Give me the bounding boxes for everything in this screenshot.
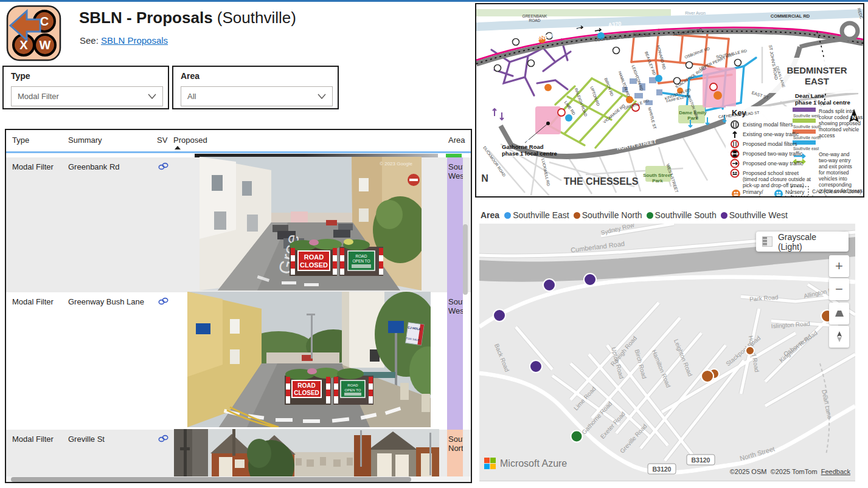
dean-lane-centre-box	[703, 67, 736, 108]
page-title: SBLN - Proposals (Southville)	[79, 9, 296, 27]
row-summary: Greenway Bush Lane	[68, 297, 144, 306]
microsoft-logo-icon	[484, 458, 496, 469]
streetview-link-icon[interactable]	[158, 297, 168, 305]
map-point[interactable]	[584, 273, 596, 286]
legend-dot-south	[647, 212, 653, 219]
svg-text:Roads split into: Roads split into	[819, 108, 854, 114]
logo-letter-c: C	[40, 15, 49, 28]
proposed-photo-greville	[174, 429, 439, 476]
see-line: See: SBLN Proposals	[80, 35, 168, 46]
gathorne-centre-box	[535, 106, 561, 134]
road-open-sign: ROAD	[356, 254, 367, 258]
legend-item-west[interactable]: Southville West	[721, 210, 788, 220]
svg-text:Southville north: Southville north	[793, 136, 821, 140]
type-filter-dropdown[interactable]: Modal Filter	[11, 86, 163, 106]
map-point[interactable]	[701, 370, 713, 382]
map-point[interactable]	[543, 279, 555, 291]
svg-text:and exit points: and exit points	[819, 163, 852, 170]
svg-text:Nursery: Nursery	[785, 189, 805, 195]
svg-text:B3120: B3120	[692, 456, 710, 464]
svg-text:secondary Schools: secondary Schools	[743, 195, 790, 196]
svg-text:phase 1 local centre: phase 1 local centre	[502, 150, 557, 157]
streetview-link-icon[interactable]	[158, 435, 168, 442]
svg-text:(timed road closure outside at: (timed road closure outside at	[743, 176, 811, 182]
road-closed-barrier: ROAD CLOSED ROAD OPEN TO	[285, 368, 373, 405]
legend-dot-east	[504, 212, 511, 219]
azure-map-svg: Sydney RowCumberland RoadPark RoadAlling…	[479, 224, 855, 481]
area-cell: Southville West	[447, 292, 463, 430]
row-type: Modal Filter	[12, 162, 54, 171]
legend-item-east[interactable]: Southville East	[504, 210, 569, 220]
row-type: Modal Filter	[12, 297, 54, 306]
area-filter-label: Area	[181, 71, 200, 81]
streetview-link-icon[interactable]	[158, 162, 168, 170]
app-logo[interactable]: C X W	[6, 5, 61, 61]
header-underline	[6, 151, 472, 153]
svg-text:N: N	[852, 114, 856, 120]
svg-text:vehicles into: vehicles into	[819, 176, 847, 182]
proposed-photo-greenbank: Gree ROAD CLOSED ROAD OPEN TO © 202	[200, 157, 422, 290]
svg-text:N: N	[481, 173, 488, 184]
legend-item-south[interactable]: Southville South	[647, 210, 717, 220]
feedback-link[interactable]: Feedback	[821, 468, 850, 475]
pitch-button[interactable]	[829, 303, 849, 325]
logo-letter-w: W	[40, 38, 51, 52]
svg-text:two-way entry: two-way entry	[819, 157, 851, 163]
compass-icon	[836, 331, 843, 342]
road-closed-sign: ROAD	[297, 382, 315, 389]
svg-text:Existing one-way traffic: Existing one-way traffic	[743, 131, 799, 137]
pitch-icon	[835, 310, 844, 317]
chevron-down-icon	[318, 94, 326, 99]
table-vertical-scrollbar[interactable]	[463, 224, 468, 295]
col-header-type[interactable]: Type	[12, 130, 29, 151]
svg-text:Existing modal filters: Existing modal filters	[743, 122, 793, 128]
svg-text:EAST: EAST	[805, 76, 829, 86]
map-style-icon	[762, 236, 773, 247]
map-style-label: Grayscale (Light)	[778, 232, 842, 252]
svg-text:Gathorne Road: Gathorne Road	[502, 143, 544, 150]
area-legend-title: Area	[481, 210, 499, 220]
svg-text:OPEN TO: OPEN TO	[352, 259, 370, 263]
svg-text:One-way and: One-way and	[819, 151, 850, 157]
svg-text:CLOSED: CLOSED	[300, 261, 328, 269]
col-header-sv[interactable]: SV	[157, 130, 167, 151]
col-header-summary[interactable]: Summary	[68, 130, 102, 151]
area-filter-dropdown[interactable]: All	[181, 86, 333, 106]
svg-text:Proposed modal filters: Proposed modal filters	[743, 141, 797, 147]
svg-text:colour coded areas: colour coded areas	[819, 114, 863, 120]
svg-text:South Street: South Street	[643, 173, 672, 178]
svg-text:Southville south: Southville south	[793, 125, 821, 129]
map-point[interactable]	[571, 431, 583, 442]
row-summary: Greenbank Rd	[68, 162, 120, 171]
azure-map[interactable]: Sydney RowCumberland RoadPark RoadAlling…	[479, 224, 855, 481]
svg-text:corresponding: corresponding	[819, 182, 852, 188]
road-closed-sign: ROAD	[304, 253, 324, 261]
svg-text:THE CHESSELS: THE CHESSELS	[564, 176, 639, 187]
row-type: Modal Filter	[12, 435, 54, 444]
map-point[interactable]	[746, 346, 754, 355]
map-point[interactable]	[493, 309, 505, 321]
legend-item-north[interactable]: Southville North	[574, 210, 642, 220]
area-filter-value: All	[187, 92, 196, 101]
col-header-area[interactable]: Area	[448, 130, 465, 151]
svg-text:ROAD: ROAD	[529, 18, 541, 22]
zoom-in-button[interactable]: +	[829, 255, 849, 277]
road-closed-barrier: ROAD CLOSED ROAD OPEN TO	[290, 239, 383, 276]
svg-text:boundary: boundary	[812, 194, 834, 196]
zoom-out-button[interactable]: −	[829, 278, 849, 300]
proposals-table: Type Summary SV Proposed Area Modal Filt…	[5, 129, 472, 483]
map-style-button[interactable]: Grayscale (Light)	[756, 232, 849, 252]
table-horizontal-scrollbar[interactable]	[11, 477, 411, 482]
top-accent-bar	[0, 0, 868, 2]
compass-button[interactable]	[829, 326, 849, 348]
svg-text:River Avon: River Avon	[685, 11, 706, 15]
svg-text:for motorised: for motorised	[819, 170, 849, 176]
svg-text:Proposed two-way traffic: Proposed two-way traffic	[743, 151, 803, 157]
scheme-map-svg: GREENBANKROADRiver AvonCORONATION ROADA3…	[476, 4, 863, 196]
area-legend: Area Southville East Southville North So…	[481, 209, 792, 221]
svg-text:showing proposed: showing proposed	[819, 120, 861, 126]
svg-text:Park: Park	[652, 178, 663, 184]
legend-dot-west	[721, 212, 727, 219]
sbln-proposals-link[interactable]: SBLN Proposals	[101, 35, 168, 46]
map-point[interactable]	[530, 360, 542, 373]
